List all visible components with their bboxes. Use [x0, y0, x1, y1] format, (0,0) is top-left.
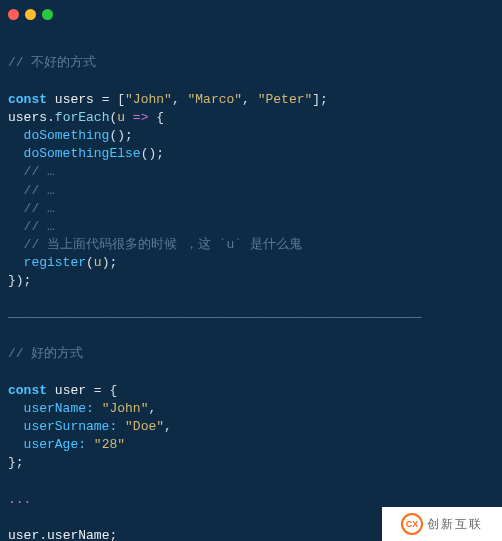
prop-userage: userAge:: [24, 437, 86, 452]
close-icon[interactable]: [8, 9, 19, 20]
watermark-text: 创新互联: [427, 516, 483, 533]
comment-bad: // 不好的方式: [8, 55, 96, 70]
prop-usersurname: userSurname:: [24, 419, 118, 434]
divider: ————————————————————————————————————————…: [8, 310, 421, 325]
prop-access-username: userName: [47, 528, 109, 541]
watermark-logo-icon: CX: [401, 513, 423, 535]
call-register: register: [24, 255, 86, 270]
var-user: user: [55, 383, 86, 398]
var-user: user: [8, 528, 39, 541]
call-dosomething: doSomething: [24, 128, 110, 143]
maximize-icon[interactable]: [42, 9, 53, 20]
code-block: // 不好的方式 const users = ["John", "Marco",…: [0, 28, 502, 541]
var-users: users: [8, 110, 47, 125]
watermark: CX 创新互联: [382, 507, 502, 541]
keyword-const: const: [8, 92, 47, 107]
ellipsis: ...: [8, 492, 31, 507]
comment-good: // 好的方式: [8, 346, 83, 361]
minimize-icon[interactable]: [25, 9, 36, 20]
var-users: users: [55, 92, 94, 107]
call-dosomethingelse: doSomethingElse: [24, 146, 141, 161]
window-titlebar: [0, 0, 502, 28]
comment-u-unknown: // 当上面代码很多的时候 ，这 `u` 是什么鬼: [24, 237, 302, 252]
keyword-const: const: [8, 383, 47, 398]
prop-username: userName:: [24, 401, 94, 416]
method-foreach: forEach: [55, 110, 110, 125]
